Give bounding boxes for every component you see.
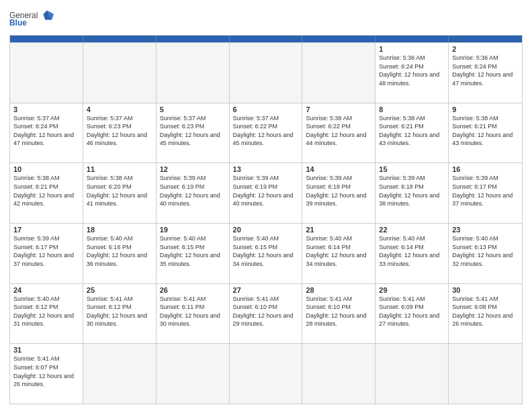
cell-sun-info: Sunrise: 5:37 AM Sunset: 6:24 PM Dayligh… xyxy=(13,114,79,148)
cal-cell-3-1: 18Sunrise: 5:40 AM Sunset: 6:16 PM Dayli… xyxy=(83,224,157,283)
weekday-thursday xyxy=(302,36,375,42)
cal-cell-1-1: 4Sunrise: 5:37 AM Sunset: 6:23 PM Daylig… xyxy=(83,103,157,163)
cell-sun-info: Sunrise: 5:38 AM Sunset: 6:20 PM Dayligh… xyxy=(87,174,152,208)
day-number: 30 xyxy=(452,286,519,294)
day-number: 23 xyxy=(452,226,519,234)
cal-cell-3-3: 20Sunrise: 5:40 AM Sunset: 6:15 PM Dayli… xyxy=(230,224,303,283)
cell-sun-info: Sunrise: 5:38 AM Sunset: 6:22 PM Dayligh… xyxy=(306,114,371,148)
weekday-saturday xyxy=(449,36,522,42)
cal-cell-4-0: 24Sunrise: 5:40 AM Sunset: 6:12 PM Dayli… xyxy=(10,284,83,344)
cal-cell-2-5: 15Sunrise: 5:39 AM Sunset: 6:18 PM Dayli… xyxy=(375,163,449,223)
day-number: 6 xyxy=(233,105,299,113)
day-number: 28 xyxy=(306,286,371,294)
cell-sun-info: Sunrise: 5:37 AM Sunset: 6:23 PM Dayligh… xyxy=(160,114,226,148)
cell-sun-info: Sunrise: 5:36 AM Sunset: 6:24 PM Dayligh… xyxy=(379,54,445,87)
calendar-row-0: 1Sunrise: 5:36 AM Sunset: 6:24 PM Daylig… xyxy=(10,42,522,103)
weekday-tuesday xyxy=(157,36,230,42)
cell-sun-info: Sunrise: 5:38 AM Sunset: 6:21 PM Dayligh… xyxy=(379,114,445,148)
calendar-row-3: 17Sunrise: 5:39 AM Sunset: 6:17 PM Dayli… xyxy=(10,223,522,283)
cal-cell-1-0: 3Sunrise: 5:37 AM Sunset: 6:24 PM Daylig… xyxy=(10,103,83,163)
cal-cell-2-4: 14Sunrise: 5:39 AM Sunset: 6:18 PM Dayli… xyxy=(302,163,375,223)
day-number: 1 xyxy=(379,45,445,53)
weekday-friday xyxy=(375,36,449,42)
calendar-row-4: 24Sunrise: 5:40 AM Sunset: 6:12 PM Dayli… xyxy=(10,283,522,344)
day-number: 9 xyxy=(452,105,519,113)
day-number: 5 xyxy=(160,105,226,113)
cal-cell-0-4 xyxy=(302,43,375,103)
cell-sun-info: Sunrise: 5:40 AM Sunset: 6:14 PM Dayligh… xyxy=(379,234,445,268)
calendar-row-2: 10Sunrise: 5:38 AM Sunset: 6:21 PM Dayli… xyxy=(10,163,522,223)
cal-cell-2-3: 13Sunrise: 5:39 AM Sunset: 6:19 PM Dayli… xyxy=(230,163,303,223)
cal-cell-3-2: 19Sunrise: 5:40 AM Sunset: 6:15 PM Dayli… xyxy=(157,224,230,283)
day-number: 27 xyxy=(233,286,299,294)
cal-cell-2-1: 11Sunrise: 5:38 AM Sunset: 6:20 PM Dayli… xyxy=(83,163,157,223)
calendar-row-1: 3Sunrise: 5:37 AM Sunset: 6:24 PM Daylig… xyxy=(10,103,522,163)
cal-cell-2-2: 12Sunrise: 5:39 AM Sunset: 6:19 PM Dayli… xyxy=(157,163,230,223)
cal-cell-5-3 xyxy=(230,344,303,404)
day-number: 18 xyxy=(87,226,152,234)
day-number: 19 xyxy=(160,226,226,234)
cal-cell-4-2: 26Sunrise: 5:41 AM Sunset: 6:11 PM Dayli… xyxy=(157,284,230,344)
weekday-monday xyxy=(83,36,157,42)
cell-sun-info: Sunrise: 5:37 AM Sunset: 6:23 PM Dayligh… xyxy=(87,114,152,148)
weekday-sunday xyxy=(10,36,83,42)
cell-sun-info: Sunrise: 5:41 AM Sunset: 6:10 PM Dayligh… xyxy=(306,295,371,328)
calendar-header xyxy=(10,36,522,42)
cal-cell-1-6: 9Sunrise: 5:38 AM Sunset: 6:21 PM Daylig… xyxy=(449,103,522,163)
day-number: 22 xyxy=(379,226,445,234)
day-number: 25 xyxy=(87,286,152,294)
day-number: 8 xyxy=(379,105,445,113)
cal-cell-3-4: 21Sunrise: 5:40 AM Sunset: 6:14 PM Dayli… xyxy=(302,224,375,283)
cal-cell-0-3 xyxy=(230,43,303,103)
cell-sun-info: Sunrise: 5:41 AM Sunset: 6:10 PM Dayligh… xyxy=(233,295,299,328)
cal-cell-5-0: 31Sunrise: 5:41 AM Sunset: 6:07 PM Dayli… xyxy=(10,344,83,404)
cal-cell-2-0: 10Sunrise: 5:38 AM Sunset: 6:21 PM Dayli… xyxy=(10,163,83,223)
cal-cell-5-5 xyxy=(375,344,449,404)
day-number: 15 xyxy=(379,165,445,173)
cell-sun-info: Sunrise: 5:40 AM Sunset: 6:12 PM Dayligh… xyxy=(13,295,79,328)
cal-cell-0-2 xyxy=(157,43,230,103)
day-number: 4 xyxy=(87,105,152,113)
cal-cell-3-0: 17Sunrise: 5:39 AM Sunset: 6:17 PM Dayli… xyxy=(10,224,83,283)
cal-cell-3-5: 22Sunrise: 5:40 AM Sunset: 6:14 PM Dayli… xyxy=(375,224,449,283)
cal-cell-1-3: 6Sunrise: 5:37 AM Sunset: 6:22 PM Daylig… xyxy=(230,103,303,163)
day-number: 29 xyxy=(379,286,445,294)
cal-cell-5-1 xyxy=(83,344,157,404)
cal-cell-3-6: 23Sunrise: 5:40 AM Sunset: 6:13 PM Dayli… xyxy=(449,224,522,283)
day-number: 10 xyxy=(13,165,79,173)
cell-sun-info: Sunrise: 5:39 AM Sunset: 6:19 PM Dayligh… xyxy=(160,174,226,208)
day-number: 26 xyxy=(160,286,226,294)
day-number: 7 xyxy=(306,105,371,113)
cal-cell-5-2 xyxy=(157,344,230,404)
calendar: 1Sunrise: 5:36 AM Sunset: 6:24 PM Daylig… xyxy=(9,35,523,404)
cell-sun-info: Sunrise: 5:41 AM Sunset: 6:07 PM Dayligh… xyxy=(13,355,79,388)
page: General Blue 1Sunrise: 5:36 AM Sunset: 6… xyxy=(0,0,532,411)
cal-cell-4-3: 27Sunrise: 5:41 AM Sunset: 6:10 PM Dayli… xyxy=(230,284,303,344)
cell-sun-info: Sunrise: 5:40 AM Sunset: 6:16 PM Dayligh… xyxy=(87,234,152,268)
cal-cell-4-5: 29Sunrise: 5:41 AM Sunset: 6:09 PM Dayli… xyxy=(375,284,449,344)
day-number: 16 xyxy=(452,165,519,173)
header: General Blue xyxy=(9,7,523,31)
day-number: 24 xyxy=(13,286,79,294)
cal-cell-0-5: 1Sunrise: 5:36 AM Sunset: 6:24 PM Daylig… xyxy=(375,43,449,103)
cell-sun-info: Sunrise: 5:37 AM Sunset: 6:22 PM Dayligh… xyxy=(233,114,299,148)
cell-sun-info: Sunrise: 5:41 AM Sunset: 6:12 PM Dayligh… xyxy=(87,295,152,328)
cal-cell-5-6 xyxy=(449,344,522,404)
cal-cell-1-2: 5Sunrise: 5:37 AM Sunset: 6:23 PM Daylig… xyxy=(157,103,230,163)
cell-sun-info: Sunrise: 5:38 AM Sunset: 6:21 PM Dayligh… xyxy=(13,174,79,208)
calendar-body: 1Sunrise: 5:36 AM Sunset: 6:24 PM Daylig… xyxy=(10,42,522,404)
weekday-wednesday xyxy=(230,36,303,42)
cal-cell-4-6: 30Sunrise: 5:41 AM Sunset: 6:08 PM Dayli… xyxy=(449,284,522,344)
day-number: 31 xyxy=(13,346,79,354)
cell-sun-info: Sunrise: 5:40 AM Sunset: 6:13 PM Dayligh… xyxy=(452,234,519,268)
day-number: 13 xyxy=(233,165,299,173)
day-number: 21 xyxy=(306,226,371,234)
cell-sun-info: Sunrise: 5:41 AM Sunset: 6:08 PM Dayligh… xyxy=(452,295,519,328)
day-number: 17 xyxy=(13,226,79,234)
cal-cell-2-6: 16Sunrise: 5:39 AM Sunset: 6:17 PM Dayli… xyxy=(449,163,522,223)
day-number: 2 xyxy=(452,45,519,53)
cell-sun-info: Sunrise: 5:39 AM Sunset: 6:17 PM Dayligh… xyxy=(13,234,79,268)
generalblue-logo-icon: General Blue xyxy=(9,7,56,31)
cell-sun-info: Sunrise: 5:39 AM Sunset: 6:19 PM Dayligh… xyxy=(233,174,299,208)
cal-cell-4-4: 28Sunrise: 5:41 AM Sunset: 6:10 PM Dayli… xyxy=(302,284,375,344)
